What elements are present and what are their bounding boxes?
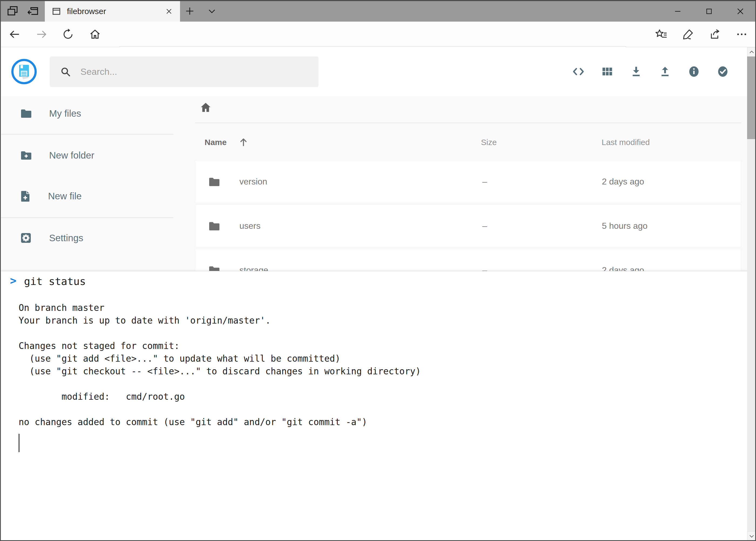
table-row-users[interactable]: users – 5 hours ago [195,205,741,248]
code-icon[interactable] [570,64,587,80]
scroll-down-icon[interactable] [747,531,756,541]
arrow-up-icon [237,136,250,149]
new-tab-icon[interactable] [182,4,197,18]
tab-preview-chevron-icon[interactable] [205,4,219,18]
file-name: version [239,161,267,203]
filebrowser-logo [11,59,37,84]
sidebar-item-settings[interactable]: Settings [0,226,173,250]
browser-titlebar: filebrowser [0,0,756,22]
sidebar-item-new-file[interactable]: New file [0,184,173,208]
sidebar-item-new-folder[interactable]: New folder [0,144,173,167]
file-size: – [482,161,487,203]
maximize-icon[interactable] [693,1,725,22]
window-close-icon[interactable] [725,1,756,22]
create-file-icon [19,190,31,203]
create-folder-icon [19,149,32,162]
file-name: users [239,205,260,247]
back-icon[interactable] [7,27,22,42]
info-filled-icon[interactable] [686,64,702,80]
upload-icon[interactable] [657,64,673,80]
home-icon[interactable] [88,27,103,42]
breadcrumb-divider [195,123,741,123]
filebrowser-header [1,47,747,96]
set-tabs-aside-icon[interactable] [25,3,41,18]
file-modified: 2 days ago [602,161,644,203]
grid-view-icon[interactable] [599,64,616,80]
file-size: – [482,205,487,247]
tabs-set-aside-icon[interactable] [5,3,20,18]
terminal-output: On branch master Your branch is up to da… [19,301,421,428]
tab-close-icon[interactable] [165,7,173,15]
minimize-icon[interactable] [662,1,693,22]
floppy-disk-icon [16,63,32,80]
check-circle-icon[interactable] [715,64,731,80]
forward-icon[interactable] [34,27,49,42]
sidebar-item-label: New file [48,191,82,202]
search-input[interactable] [50,56,319,87]
ink-pen-icon[interactable] [680,27,695,42]
table-row-version[interactable]: version – 2 days ago [195,160,741,203]
sidebar-item-label: My files [49,108,81,119]
sidebar-item-my-files[interactable]: My files [0,102,173,125]
terminal-panel[interactable]: > git status On branch master Your branc… [1,271,747,541]
column-header-name[interactable]: Name [205,135,256,149]
page-icon [51,6,62,16]
browser-toolbar: filebrowser.web/files/ [0,22,756,47]
search-bar [50,56,319,87]
sidebar-divider [1,218,173,218]
scrollbar-thumb[interactable] [747,56,756,139]
folder-icon [207,175,220,188]
folder-icon [207,220,220,233]
sidebar-divider [1,134,173,135]
terminal-prompt-chevron: > [10,274,16,287]
column-header-modified[interactable]: Last modified [602,138,650,147]
page-scrollbar[interactable] [747,47,756,541]
tab-title: filebrowser [67,7,165,16]
tab-filebrowser[interactable]: filebrowser [45,1,180,22]
favorites-hub-icon[interactable] [654,27,669,42]
column-header-size[interactable]: Size [481,138,497,147]
sidebar-item-label: Settings [49,233,83,244]
download-icon[interactable] [628,64,644,80]
terminal-command: git status [24,275,86,287]
settings-icon [19,232,32,245]
terminal-cursor [19,434,19,452]
sidebar-item-label: New folder [49,150,94,161]
file-modified: 5 hours ago [602,205,647,247]
folder-icon [19,107,32,120]
scroll-up-icon[interactable] [747,47,756,57]
ellipsis-icon[interactable] [734,27,749,42]
breadcrumb-home-icon[interactable] [199,101,212,114]
share-icon[interactable] [707,27,722,42]
refresh-icon[interactable] [61,27,76,42]
